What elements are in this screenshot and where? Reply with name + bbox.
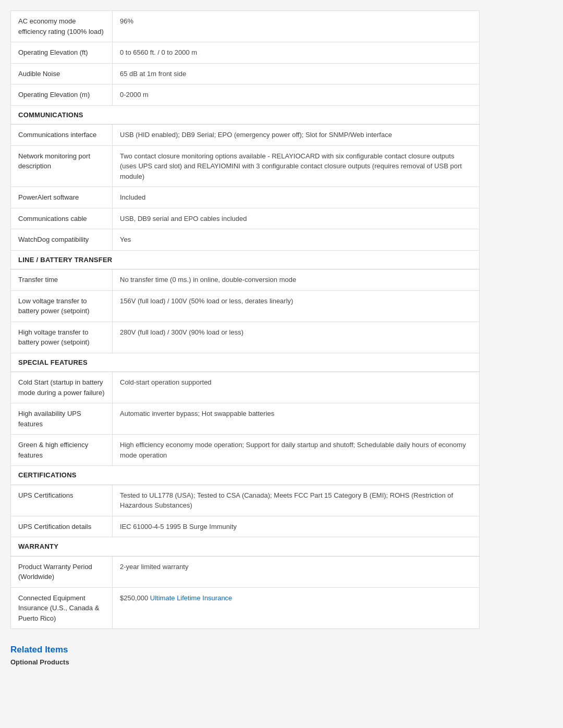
table-row: Operating Elevation (m)0-2000 m	[11, 84, 480, 106]
row-value: Yes	[113, 229, 480, 251]
row-label: Green & high efficiency features	[11, 435, 113, 466]
row-value: No transfer time (0 ms.) in online, doub…	[113, 269, 480, 291]
row-label: UPS Certification details	[11, 516, 113, 537]
section-header: CERTIFICATIONS	[11, 466, 480, 485]
row-label: Audible Noise	[11, 63, 113, 84]
row-label: PowerAlert software	[11, 187, 113, 208]
row-value: Two contact closure monitoring options a…	[113, 145, 480, 187]
row-value: USB (HID enabled); DB9 Serial; EPO (emer…	[113, 125, 480, 146]
row-value: High efficiency economy mode operation; …	[113, 435, 480, 466]
row-value: 0-2000 m	[113, 84, 480, 106]
row-value: 280V (full load) / 300V (90% load or les…	[113, 322, 480, 353]
section-header: COMMUNICATIONS	[11, 105, 480, 125]
table-row: WatchDog compatibilityYes	[11, 229, 480, 251]
row-value: IEC 61000-4-5 1995 B Surge Immunity	[113, 516, 480, 537]
spec-table: AC economy mode efficiency rating (100% …	[10, 10, 480, 629]
table-row: Audible Noise65 dB at 1m front side	[11, 63, 480, 84]
row-label: Network monitoring port description	[11, 145, 113, 187]
table-row: High voltage transfer to battery power (…	[11, 322, 480, 353]
row-label: High availability UPS features	[11, 403, 113, 435]
table-row: Green & high efficiency featuresHigh eff…	[11, 435, 480, 466]
row-label: Communications cable	[11, 208, 113, 229]
section-header-label: COMMUNICATIONS	[11, 105, 480, 125]
row-label: Transfer time	[11, 269, 113, 291]
section-header: WARRANTY	[11, 537, 480, 557]
row-label: AC economy mode efficiency rating (100% …	[11, 11, 113, 42]
related-items-title[interactable]: Related Items	[10, 645, 553, 655]
row-value: Tested to UL1778 (USA); Tested to CSA (C…	[113, 485, 480, 516]
table-row: Communications interfaceUSB (HID enabled…	[11, 125, 480, 146]
table-row: UPS Certification detailsIEC 61000-4-5 1…	[11, 516, 480, 537]
related-items-section: Related Items Optional Products	[10, 645, 553, 666]
row-value: 96%	[113, 11, 480, 42]
section-header-label: CERTIFICATIONS	[11, 466, 480, 485]
row-value: 65 dB at 1m front side	[113, 63, 480, 84]
section-header-label: WARRANTY	[11, 537, 480, 557]
row-value: Cold-start operation supported	[113, 372, 480, 403]
row-value: Automatic inverter bypass; Hot swappable…	[113, 403, 480, 435]
row-value: 0 to 6560 ft. / 0 to 2000 m	[113, 42, 480, 64]
row-label: UPS Certifications	[11, 485, 113, 516]
row-value: Included	[113, 187, 480, 208]
table-row: Connected Equipment Insurance (U.S., Can…	[11, 587, 480, 629]
row-label: WatchDog compatibility	[11, 229, 113, 251]
row-label: Product Warranty Period (Worldwide)	[11, 556, 113, 587]
section-header-label: LINE / BATTERY TRANSFER	[11, 250, 480, 269]
table-row: Low voltage transfer to battery power (s…	[11, 290, 480, 322]
related-items-subtitle: Optional Products	[10, 658, 553, 666]
table-row: Product Warranty Period (Worldwide)2-yea…	[11, 556, 480, 587]
section-header-label: SPECIAL FEATURES	[11, 353, 480, 372]
table-row: Communications cableUSB, DB9 serial and …	[11, 208, 480, 229]
table-row: AC economy mode efficiency rating (100% …	[11, 11, 480, 42]
insurance-link[interactable]: Ultimate Lifetime Insurance	[150, 594, 232, 602]
table-row: High availability UPS featuresAutomatic …	[11, 403, 480, 435]
row-value: 2-year limited warranty	[113, 556, 480, 587]
row-value: $250,000 Ultimate Lifetime Insurance	[113, 587, 480, 629]
table-row: PowerAlert softwareIncluded	[11, 187, 480, 208]
row-value: USB, DB9 serial and EPO cables included	[113, 208, 480, 229]
table-row: Operating Elevation (ft)0 to 6560 ft. / …	[11, 42, 480, 64]
row-label: High voltage transfer to battery power (…	[11, 322, 113, 353]
row-label: Operating Elevation (m)	[11, 84, 113, 106]
row-label: Operating Elevation (ft)	[11, 42, 113, 64]
table-row: Network monitoring port descriptionTwo c…	[11, 145, 480, 187]
row-label: Connected Equipment Insurance (U.S., Can…	[11, 587, 113, 629]
row-label: Communications interface	[11, 125, 113, 146]
row-value: 156V (full load) / 100V (50% load or les…	[113, 290, 480, 322]
section-header: LINE / BATTERY TRANSFER	[11, 250, 480, 269]
table-row: UPS CertificationsTested to UL1778 (USA)…	[11, 485, 480, 516]
row-label: Low voltage transfer to battery power (s…	[11, 290, 113, 322]
table-row: Transfer timeNo transfer time (0 ms.) in…	[11, 269, 480, 291]
section-header: SPECIAL FEATURES	[11, 353, 480, 372]
row-value-prefix: $250,000	[120, 594, 150, 602]
row-label: Cold Start (startup in battery mode duri…	[11, 372, 113, 403]
table-row: Cold Start (startup in battery mode duri…	[11, 372, 480, 403]
